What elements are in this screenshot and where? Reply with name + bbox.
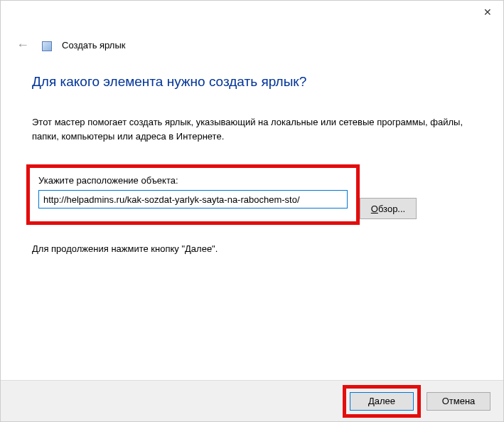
close-icon: ✕ bbox=[483, 6, 492, 18]
next-button[interactable]: Далее bbox=[350, 392, 414, 411]
location-highlight-box: Укажите расположение объекта: bbox=[26, 164, 360, 225]
page-heading: Для какого элемента нужно создать ярлык? bbox=[32, 74, 472, 90]
browse-button-label: Обзор... bbox=[371, 204, 405, 214]
titlebar: ✕ bbox=[1, 1, 503, 23]
location-label: Укажите расположение объекта: bbox=[38, 175, 348, 186]
browse-button[interactable]: Обзор... bbox=[360, 198, 417, 219]
wizard-header: ← Создать ярлык bbox=[1, 23, 503, 54]
next-highlight-box: Далее bbox=[343, 385, 421, 418]
wizard-title: Создать ярлык bbox=[62, 40, 125, 51]
next-button-label: Далее bbox=[368, 396, 395, 406]
cancel-button[interactable]: Отмена bbox=[427, 392, 490, 411]
cancel-button-label: Отмена bbox=[442, 396, 476, 406]
shortcut-icon bbox=[42, 41, 52, 51]
wizard-description: Этот мастер помогает создать ярлык, указ… bbox=[32, 115, 472, 143]
close-button[interactable]: ✕ bbox=[471, 1, 503, 23]
location-input[interactable] bbox=[38, 190, 348, 209]
continue-instruction: Для продолжения нажмите кнопку "Далее". bbox=[32, 243, 472, 254]
back-arrow-icon: ← bbox=[14, 36, 32, 54]
wizard-footer: Далее Отмена bbox=[1, 380, 503, 421]
wizard-content: Для какого элемента нужно создать ярлык?… bbox=[1, 54, 503, 254]
